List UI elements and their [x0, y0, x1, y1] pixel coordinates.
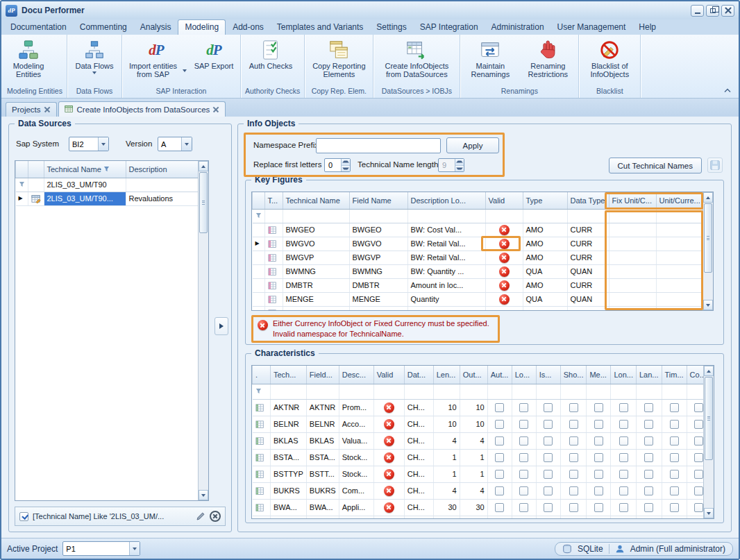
characteristic-description[interactable]: Appli...: [339, 499, 373, 516]
characteristic-data-type[interactable]: CH...: [404, 432, 433, 449]
long-text-checkbox[interactable]: [619, 470, 628, 479]
characteristic-row[interactable]: AKTNR AKTNR Prom... CH... 10 10: [253, 399, 712, 416]
characteristic-technical-name[interactable]: BELNR: [271, 416, 307, 432]
characteristic-technical-name[interactable]: BWA...: [271, 499, 307, 516]
language-checkbox[interactable]: [644, 403, 653, 412]
filter-enabled-checkbox[interactable]: [19, 512, 28, 521]
column-header-unit-currency[interactable]: Unit/Curre...: [656, 192, 706, 209]
keyfigure-data-type[interactable]: CURR: [567, 237, 609, 251]
authority-checkbox[interactable]: [495, 453, 504, 462]
icon-column-header[interactable]: .: [253, 366, 271, 384]
keyfigure-field-name[interactable]: BWGVP: [349, 251, 407, 264]
keyfigure-unit-currency[interactable]: [656, 264, 706, 278]
characteristic-technical-name[interactable]: BUKRS: [271, 482, 307, 499]
auth-checks-button[interactable]: Auth Checks: [243, 37, 298, 70]
characteristic-length[interactable]: 4: [433, 432, 460, 449]
characteristic-technical-name[interactable]: BSTTYP: [271, 466, 307, 482]
namespace-prefix-input[interactable]: [316, 138, 441, 153]
characteristic-description[interactable]: Com...: [339, 482, 373, 499]
keyfigure-data-type[interactable]: QUAN: [567, 264, 609, 278]
ribbon-tab-sap-integration[interactable]: SAP Integration: [414, 20, 485, 35]
time-checkbox[interactable]: [670, 470, 679, 479]
lowercase-checkbox[interactable]: [519, 503, 528, 512]
keyfigure-data-type[interactable]: CURR: [567, 223, 609, 237]
authority-checkbox[interactable]: [495, 470, 504, 479]
restore-button[interactable]: [706, 5, 719, 17]
vertical-scrollbar[interactable]: [198, 161, 208, 500]
is-checkbox[interactable]: [544, 436, 553, 446]
keyfigure-description[interactable]: BW: Cost Val...: [407, 223, 485, 237]
column-header-technical-name[interactable]: Technical Name: [283, 192, 349, 209]
characteristic-row[interactable]: BUKRS BUKRS Com... CH... 4 4: [253, 482, 712, 499]
characteristic-length[interactable]: 1: [433, 449, 460, 466]
datasource-description[interactable]: Revaluations: [126, 192, 202, 205]
authority-checkbox[interactable]: [495, 420, 504, 429]
characteristic-length[interactable]: 10: [433, 416, 460, 432]
keyfigure-description[interactable]: BW: Retail Val...: [407, 251, 485, 264]
characteristic-output-length[interactable]: 1: [460, 466, 487, 482]
keyfigure-type[interactable]: QUA: [523, 292, 567, 306]
characteristic-output-length[interactable]: 4: [460, 482, 487, 499]
vertical-scrollbar[interactable]: [703, 192, 713, 310]
keyfigure-type[interactable]: AMO: [523, 278, 567, 292]
chevron-down-icon[interactable]: [98, 137, 108, 151]
characteristic-data-type[interactable]: CH...: [404, 482, 433, 499]
conversion-checkbox[interactable]: [694, 420, 703, 429]
ribbon-tab-templates-variants[interactable]: Templates and Variants: [271, 20, 370, 35]
active-project-select[interactable]: P1: [62, 541, 140, 556]
modeling-entities-button[interactable]: Modeling Entities: [5, 37, 52, 79]
long-text-checkbox[interactable]: [619, 453, 628, 462]
authority-checkbox[interactable]: [495, 403, 504, 412]
column-header-valid[interactable]: Valid: [485, 192, 523, 209]
keyfigure-description[interactable]: BW: Quantity ...: [407, 264, 485, 278]
characteristic-output-length[interactable]: 30: [460, 499, 487, 516]
column-header-field-name[interactable]: Field Name: [349, 192, 407, 209]
keyfigure-technical-name[interactable]: MENGE: [283, 292, 349, 306]
column-header-length[interactable]: Len...: [433, 366, 460, 384]
characteristic-output-length[interactable]: 10: [460, 399, 487, 416]
characteristic-field-name[interactable]: AKTNR: [306, 399, 339, 416]
apply-button[interactable]: Apply: [446, 137, 499, 153]
scroll-down-button[interactable]: [704, 508, 714, 518]
scrollbar-thumb[interactable]: [704, 203, 712, 273]
authority-checkbox[interactable]: [495, 436, 504, 446]
characteristic-field-name[interactable]: BELNR: [306, 416, 339, 432]
characteristic-row[interactable]: BSTTYP BSTT... Stock... CH... 1 1: [253, 466, 712, 482]
chevron-down-icon[interactable]: [181, 137, 192, 151]
short-text-checkbox[interactable]: [569, 403, 578, 412]
characteristic-description[interactable]: Stock...: [339, 466, 373, 482]
scroll-up-button[interactable]: [199, 161, 208, 171]
keyfigure-field-name[interactable]: BWGEO: [349, 223, 407, 237]
short-text-checkbox[interactable]: [569, 420, 578, 429]
lowercase-checkbox[interactable]: [519, 403, 528, 412]
keyfigure-unit-currency[interactable]: [656, 223, 706, 237]
is-checkbox[interactable]: [544, 486, 553, 495]
keyfigure-type[interactable]: AMO: [523, 237, 567, 251]
lowercase-checkbox[interactable]: [519, 420, 528, 429]
characteristic-length[interactable]: 4: [433, 482, 460, 499]
ribbon-tab-modeling[interactable]: Modeling: [178, 19, 226, 35]
medium-text-checkbox[interactable]: [594, 436, 603, 446]
language-checkbox[interactable]: [644, 486, 653, 495]
replace-first-letters-stepper[interactable]: 0: [324, 158, 351, 172]
lowercase-checkbox[interactable]: [519, 470, 528, 479]
column-header-is[interactable]: Is...: [536, 366, 560, 384]
characteristic-description[interactable]: Acco...: [339, 416, 373, 432]
keyfigure-row[interactable]: ▶ BWGVO BWGVO BW: Retail Val... AMO CURR: [253, 237, 707, 251]
close-tab-icon[interactable]: [213, 106, 219, 112]
conversion-checkbox[interactable]: [694, 403, 703, 412]
copy-reporting-elements-button[interactable]: Copy Reporting Elements: [307, 37, 371, 79]
keyfigure-row[interactable]: MENGE MENGE Quantity QUA QUAN: [253, 292, 707, 306]
scrollbar-thumb[interactable]: [199, 172, 208, 233]
column-header-description[interactable]: Description: [126, 161, 202, 178]
characteristic-field-name[interactable]: BKLAS: [306, 432, 339, 449]
time-checkbox[interactable]: [670, 403, 679, 412]
tab-projects[interactable]: Projects: [6, 102, 57, 117]
column-header-time[interactable]: Tim...: [662, 366, 687, 384]
short-text-checkbox[interactable]: [569, 470, 578, 479]
ribbon-tab-user-management[interactable]: User Management: [551, 20, 632, 35]
keyfigure-field-name[interactable]: MENGE: [349, 292, 407, 306]
keyfigure-technical-name[interactable]: BWGVO: [283, 237, 349, 251]
language-checkbox[interactable]: [644, 470, 653, 479]
keyfigure-description[interactable]: Quantity: [407, 292, 485, 306]
